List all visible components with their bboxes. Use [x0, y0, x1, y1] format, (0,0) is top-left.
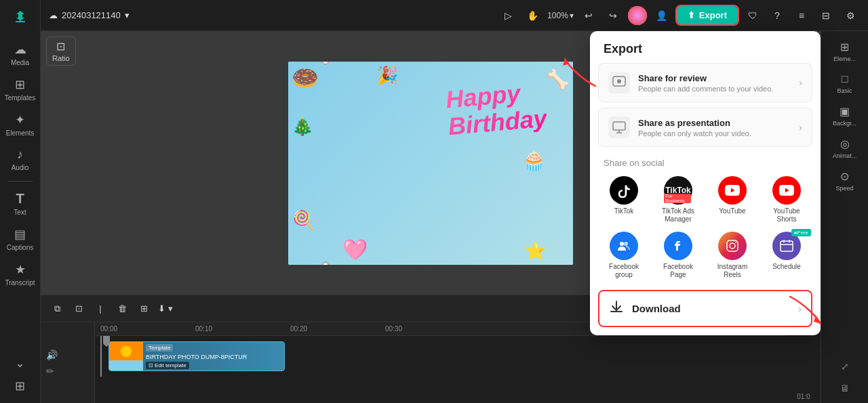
undo-btn[interactable]: ↩	[579, 6, 598, 25]
zoom-control[interactable]: 100% ▾	[547, 11, 574, 20]
r-elements-label: Eleme...	[833, 56, 856, 62]
top-bar-tools: ▷ ✋ 100% ▾ ↩ ↪	[498, 6, 623, 25]
r-sidebar-basic[interactable]: □ Basic	[825, 69, 865, 98]
share-as-presentation-option[interactable]: Share as presentation People can only wa…	[598, 108, 812, 147]
download-button[interactable]: Download ›	[598, 290, 812, 327]
sidebar-item-templates[interactable]: ⊞ Templates	[3, 73, 38, 106]
ruler-mark-1: 00:10	[195, 325, 290, 333]
social-grid: TikTok TikTok For Business TikTok Ads Ma…	[590, 171, 821, 287]
sidebar-item-media[interactable]: ☁ Media	[3, 38, 38, 70]
social-facebook-group[interactable]: Facebook group	[598, 229, 650, 282]
ratio-label: Ratio	[52, 54, 70, 62]
content-area: ⊡ Ratio 🍩 🎉 🦴 🎄 🍭 🩷 ⭐ 🧁	[41, 31, 868, 403]
ruler-marks: 00:00 00:10 00:20 00:30	[100, 325, 480, 333]
food-tree: 🎄	[292, 116, 313, 137]
social-youtube[interactable]: YouTube	[707, 173, 758, 226]
svg-point-6	[617, 79, 621, 83]
crop-btn[interactable]: ⊡	[71, 301, 87, 317]
svg-point-11	[624, 242, 628, 246]
zoom-level-text: 100%	[547, 11, 568, 20]
share-review-title: Share for review	[638, 73, 791, 83]
download-icon	[609, 299, 624, 318]
project-name[interactable]: ☁ 202403121140 ▾	[49, 10, 130, 20]
edit-icon: ⊡	[149, 362, 153, 368]
export-button[interactable]: ⬆ Export	[677, 6, 738, 24]
birthday-text: Happy Birthday	[445, 77, 548, 140]
share-review-desc: People can add comments to your video.	[638, 85, 791, 93]
sidebar-item-elements[interactable]: ✦ Elements	[3, 108, 38, 141]
main-area: ☁ 202403121140 ▾ ▷ ✋ 100% ▾ ↩ ↪ 👤	[41, 0, 868, 403]
export-panel: Export Share for review People can add c…	[590, 31, 821, 335]
arrange-btn[interactable]: ⊞	[136, 301, 152, 317]
help-btn[interactable]: ?	[768, 6, 787, 25]
sidebar-item-label: Transcript	[5, 279, 35, 287]
fullscreen-btn[interactable]: ⤢	[835, 357, 854, 376]
r-speed-icon: ⊙	[840, 170, 849, 183]
ratio-btn-container: ⊡ Ratio	[46, 37, 76, 66]
r-speed-label: Speed	[835, 185, 853, 192]
chevron-down-icon: ⌄	[15, 356, 25, 370]
social-tiktok[interactable]: TikTok	[598, 173, 650, 226]
r-sidebar-elements[interactable]: ⊞ Eleme...	[825, 37, 865, 66]
sidebar-item-captions[interactable]: ▤ Captions	[3, 223, 38, 255]
playhead	[100, 336, 102, 377]
canvas-frame: 🍩 🎉 🦴 🎄 🍭 🩷 ⭐ 🧁 Happy Birthday	[288, 62, 573, 265]
share-for-review-option[interactable]: Share for review People can add comments…	[598, 63, 812, 102]
svg-point-10	[620, 242, 624, 246]
food-pink: 🩷	[342, 238, 368, 261]
r-elements-icon: ⊞	[840, 41, 849, 54]
feedback-btn[interactable]: ≡	[792, 6, 811, 25]
monitor-btn[interactable]: 🖥	[835, 379, 854, 398]
redo-btn[interactable]: ↪	[604, 6, 623, 25]
export-panel-title: Export	[590, 31, 821, 63]
ruler-mark-0: 00:00	[100, 325, 195, 333]
export-icon: ⬆	[688, 10, 695, 20]
user-profile-btn[interactable]: 👤	[652, 6, 671, 25]
social-tiktok-ads[interactable]: TikTok For Business TikTok Ads Manager	[652, 173, 704, 226]
r-sidebar-background[interactable]: ▣ Backgr...	[825, 101, 865, 131]
edit-track-icon[interactable]: ✏	[46, 366, 89, 377]
delete-btn[interactable]: 🗑	[114, 301, 130, 317]
split-view-btn[interactable]: ⊟	[816, 6, 835, 25]
transcript-icon: ★	[15, 262, 26, 277]
video-clip[interactable]: Template BIRTHDAY PHOTO DUMP-8PICTUR ⊡ E…	[108, 341, 285, 371]
ratio-button[interactable]: ⊡ Ratio	[46, 37, 76, 66]
social-youtube-shorts[interactable]: YouTube Shorts	[761, 173, 812, 226]
sidebar-item-label: Audio	[12, 164, 29, 171]
sidebar-item-text[interactable]: T Text	[3, 187, 38, 220]
hand-tool-btn[interactable]: ✋	[523, 6, 542, 25]
clip-edit-btn[interactable]: ⊡ Edit template	[146, 362, 189, 369]
svg-rect-0	[16, 21, 25, 22]
user-avatar[interactable]	[628, 6, 647, 25]
split-btn[interactable]: |	[92, 301, 108, 317]
select-tool-btn[interactable]: ▷	[498, 6, 517, 25]
copy-clip-btn[interactable]: ⧉	[49, 301, 65, 317]
sidebar-item-transcript[interactable]: ★ Transcript	[3, 258, 38, 291]
r-sidebar-animate[interactable]: ◎ Animat...	[825, 133, 865, 163]
r-sidebar-speed[interactable]: ⊙ Speed	[825, 166, 865, 196]
r-background-icon: ▣	[840, 105, 850, 118]
shield-icon-btn[interactable]: 🛡	[743, 6, 762, 25]
templates-icon: ⊞	[15, 77, 25, 92]
social-facebook-page[interactable]: Facebook Page	[652, 229, 704, 282]
share-presentation-text: Share as presentation People can only wa…	[638, 118, 791, 137]
sidebar-item-audio[interactable]: ♪ Audio	[3, 144, 38, 175]
social-schedule[interactable]: ●Free Schedule	[761, 229, 812, 282]
social-instagram-reels[interactable]: Instagram Reels	[707, 229, 758, 282]
share-presentation-title: Share as presentation	[638, 118, 791, 128]
free-badge: ●Free	[791, 229, 811, 236]
volume-icon: 🔊	[46, 349, 58, 360]
sidebar-more-btn[interactable]: ⌄	[3, 352, 38, 375]
audio-track-icon[interactable]: 🔊	[46, 349, 89, 360]
sidebar-grid-btn[interactable]: ⊞	[3, 375, 38, 398]
sidebar-item-label: Media	[11, 59, 29, 66]
tiktok-label: TikTok	[614, 207, 634, 215]
share-presentation-desc: People can only watch your video.	[638, 129, 791, 137]
settings-btn[interactable]: ⚙	[841, 6, 860, 25]
share-review-text: Share for review People can add comments…	[638, 73, 791, 93]
food-star: ⭐	[524, 240, 546, 261]
tiktok-ads-icon: TikTok For Business	[664, 176, 692, 205]
svg-point-13	[730, 243, 735, 249]
captions-icon: ▤	[14, 227, 26, 242]
download-clip-btn[interactable]: ⬇ ▾	[157, 301, 174, 317]
